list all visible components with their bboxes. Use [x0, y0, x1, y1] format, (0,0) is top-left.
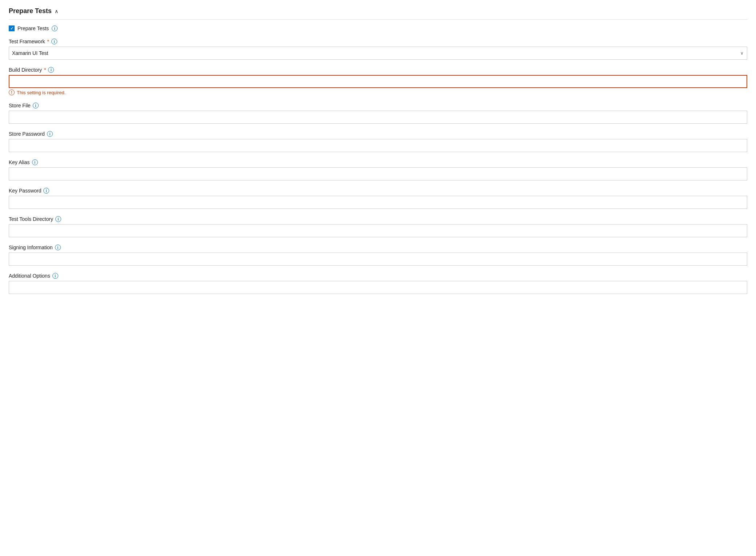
prepare-tests-checkbox-row: Prepare Tests i: [9, 25, 747, 31]
checkbox-label: Prepare Tests: [17, 25, 49, 31]
error-message-text: This setting is required.: [17, 90, 66, 95]
store-file-label-text: Store File: [9, 103, 31, 108]
store-file-input[interactable]: [9, 111, 747, 124]
additional-options-input[interactable]: [9, 281, 747, 294]
build-directory-error: ! This setting is required.: [9, 90, 747, 95]
chevron-up-icon[interactable]: ∧: [55, 8, 58, 14]
section-header: Prepare Tests ∧: [9, 7, 747, 20]
additional-options-label: Additional Options i: [9, 273, 747, 279]
section-title: Prepare Tests: [9, 7, 52, 15]
test-framework-info-icon[interactable]: i: [51, 39, 57, 44]
key-alias-label: Key Alias i: [9, 159, 747, 165]
test-framework-required: *: [47, 39, 49, 44]
store-file-label: Store File i: [9, 103, 747, 108]
build-directory-input[interactable]: [9, 75, 747, 88]
test-framework-label: Test Framework * i: [9, 39, 747, 44]
test-tools-directory-label: Test Tools Directory i: [9, 216, 747, 222]
test-tools-directory-input[interactable]: [9, 224, 747, 237]
store-password-info-icon[interactable]: i: [47, 131, 53, 137]
key-alias-input[interactable]: [9, 167, 747, 180]
key-password-info-icon[interactable]: i: [43, 188, 49, 194]
signing-information-label: Signing Information i: [9, 245, 747, 250]
test-tools-directory-field-group: Test Tools Directory i: [9, 216, 747, 237]
signing-information-field-group: Signing Information i: [9, 245, 747, 266]
key-password-label-text: Key Password: [9, 188, 41, 194]
store-password-input[interactable]: [9, 139, 747, 152]
key-password-input[interactable]: [9, 196, 747, 209]
additional-options-field-group: Additional Options i: [9, 273, 747, 294]
store-file-info-icon[interactable]: i: [33, 103, 39, 108]
build-directory-info-icon[interactable]: i: [48, 67, 54, 73]
additional-options-info-icon[interactable]: i: [52, 273, 58, 279]
store-password-label-text: Store Password: [9, 131, 45, 137]
test-framework-select[interactable]: Xamarin UI Test Appium Espresso XCTest: [9, 47, 747, 60]
store-file-field-group: Store File i: [9, 103, 747, 124]
build-directory-required: *: [44, 67, 46, 73]
prepare-tests-info-icon[interactable]: i: [52, 25, 58, 31]
build-directory-label-text: Build Directory: [9, 67, 42, 73]
key-password-label: Key Password i: [9, 188, 747, 194]
test-framework-label-text: Test Framework: [9, 39, 45, 44]
prepare-tests-checkbox[interactable]: [9, 25, 15, 31]
signing-information-input[interactable]: [9, 253, 747, 266]
key-alias-field-group: Key Alias i: [9, 159, 747, 180]
test-tools-directory-label-text: Test Tools Directory: [9, 216, 53, 222]
test-tools-directory-info-icon[interactable]: i: [55, 216, 61, 222]
key-password-field-group: Key Password i: [9, 188, 747, 209]
test-framework-select-wrapper: Xamarin UI Test Appium Espresso XCTest ∨: [9, 47, 747, 60]
test-framework-field-group: Test Framework * i Xamarin UI Test Appiu…: [9, 39, 747, 60]
store-password-label: Store Password i: [9, 131, 747, 137]
key-alias-info-icon[interactable]: i: [32, 159, 38, 165]
key-alias-label-text: Key Alias: [9, 159, 30, 165]
signing-information-info-icon[interactable]: i: [55, 245, 61, 250]
build-directory-field-group: Build Directory * i ! This setting is re…: [9, 67, 747, 95]
build-directory-label: Build Directory * i: [9, 67, 747, 73]
additional-options-label-text: Additional Options: [9, 273, 50, 279]
signing-information-label-text: Signing Information: [9, 245, 53, 250]
store-password-field-group: Store Password i: [9, 131, 747, 152]
error-icon: !: [9, 90, 15, 95]
